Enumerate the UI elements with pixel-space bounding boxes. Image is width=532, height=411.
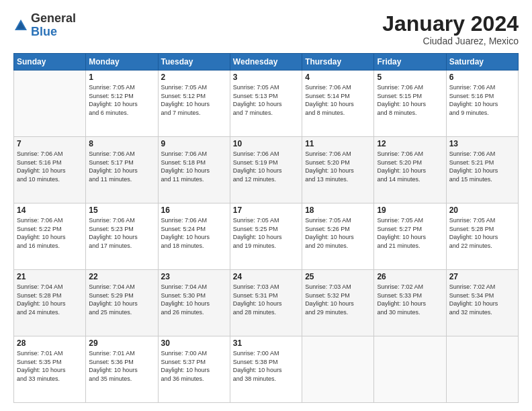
day-number: 18: [305, 205, 371, 215]
day-number: 28: [17, 338, 83, 348]
header-tuesday: Tuesday: [158, 54, 230, 71]
day-info: Sunrise: 7:04 AM Sunset: 5:28 PM Dayligh…: [17, 283, 83, 316]
calendar-cell: 29Sunrise: 7:01 AM Sunset: 5:36 PM Dayli…: [86, 336, 158, 403]
day-info: Sunrise: 7:06 AM Sunset: 5:16 PM Dayligh…: [449, 83, 515, 117]
header-monday: Monday: [86, 54, 158, 71]
header-sunday: Sunday: [14, 54, 86, 71]
calendar-cell: 4Sunrise: 7:06 AM Sunset: 5:14 PM Daylig…: [302, 71, 374, 137]
day-info: Sunrise: 7:06 AM Sunset: 5:24 PM Dayligh…: [161, 216, 227, 250]
day-number: 4: [305, 73, 371, 82]
calendar-cell: 12Sunrise: 7:06 AM Sunset: 5:20 PM Dayli…: [374, 137, 446, 203]
calendar-cell: 14Sunrise: 7:06 AM Sunset: 5:22 PM Dayli…: [14, 203, 86, 270]
calendar-cell: 1Sunrise: 7:05 AM Sunset: 5:12 PM Daylig…: [86, 71, 158, 137]
location-subtitle: Ciudad Juarez, Mexico: [382, 36, 519, 46]
month-title: January 2024: [382, 12, 519, 36]
day-info: Sunrise: 7:05 AM Sunset: 5:28 PM Dayligh…: [449, 216, 515, 250]
day-info: Sunrise: 7:05 AM Sunset: 5:12 PM Dayligh…: [89, 83, 154, 117]
calendar-cell: 20Sunrise: 7:05 AM Sunset: 5:28 PM Dayli…: [446, 203, 518, 270]
day-info: Sunrise: 7:01 AM Sunset: 5:36 PM Dayligh…: [89, 349, 154, 383]
weekday-header-row: Sunday Monday Tuesday Wednesday Thursday…: [14, 54, 519, 71]
day-info: Sunrise: 7:05 AM Sunset: 5:27 PM Dayligh…: [377, 216, 443, 250]
day-info: Sunrise: 7:04 AM Sunset: 5:29 PM Dayligh…: [89, 283, 154, 316]
day-number: 16: [161, 205, 227, 215]
day-info: Sunrise: 7:06 AM Sunset: 5:16 PM Dayligh…: [17, 150, 83, 183]
day-number: 10: [233, 139, 299, 148]
day-number: 25: [305, 272, 371, 281]
calendar-cell: 23Sunrise: 7:04 AM Sunset: 5:30 PM Dayli…: [158, 270, 230, 336]
day-number: 2: [161, 73, 227, 82]
day-info: Sunrise: 7:06 AM Sunset: 5:18 PM Dayligh…: [161, 150, 227, 183]
calendar-cell: 15Sunrise: 7:06 AM Sunset: 5:23 PM Dayli…: [86, 203, 158, 270]
calendar-cell: 17Sunrise: 7:05 AM Sunset: 5:25 PM Dayli…: [230, 203, 302, 270]
day-number: 22: [89, 272, 154, 281]
calendar-cell: 31Sunrise: 7:00 AM Sunset: 5:38 PM Dayli…: [230, 336, 302, 403]
day-number: 3: [233, 73, 299, 82]
day-number: 24: [233, 272, 299, 281]
logo: General Blue: [13, 12, 76, 39]
day-number: 26: [377, 272, 443, 281]
calendar-cell: 11Sunrise: 7:06 AM Sunset: 5:20 PM Dayli…: [302, 137, 374, 203]
calendar-cell: 10Sunrise: 7:06 AM Sunset: 5:19 PM Dayli…: [230, 137, 302, 203]
calendar-cell: 6Sunrise: 7:06 AM Sunset: 5:16 PM Daylig…: [446, 71, 518, 137]
calendar-cell: 5Sunrise: 7:06 AM Sunset: 5:15 PM Daylig…: [374, 71, 446, 137]
calendar-cell: 25Sunrise: 7:03 AM Sunset: 5:32 PM Dayli…: [302, 270, 374, 336]
day-info: Sunrise: 7:05 AM Sunset: 5:26 PM Dayligh…: [305, 216, 371, 250]
day-info: Sunrise: 7:06 AM Sunset: 5:23 PM Dayligh…: [89, 216, 154, 250]
logo-icon: [13, 18, 28, 33]
day-number: 6: [449, 73, 515, 82]
day-number: 8: [89, 139, 154, 148]
day-number: 11: [305, 139, 371, 148]
week-row-2: 14Sunrise: 7:06 AM Sunset: 5:22 PM Dayli…: [14, 203, 519, 270]
calendar-cell: 16Sunrise: 7:06 AM Sunset: 5:24 PM Dayli…: [158, 203, 230, 270]
day-number: 7: [17, 139, 83, 148]
day-number: 5: [377, 73, 443, 82]
day-number: 27: [449, 272, 515, 281]
calendar-cell: 8Sunrise: 7:06 AM Sunset: 5:17 PM Daylig…: [86, 137, 158, 203]
day-info: Sunrise: 7:06 AM Sunset: 5:15 PM Dayligh…: [377, 83, 443, 117]
day-number: 14: [17, 205, 83, 215]
title-block: January 2024 Ciudad Juarez, Mexico: [382, 12, 519, 46]
calendar-cell: 21Sunrise: 7:04 AM Sunset: 5:28 PM Dayli…: [14, 270, 86, 336]
day-info: Sunrise: 7:06 AM Sunset: 5:19 PM Dayligh…: [233, 150, 299, 183]
day-info: Sunrise: 7:05 AM Sunset: 5:12 PM Dayligh…: [161, 83, 227, 117]
day-number: 17: [233, 205, 299, 215]
logo-blue-text: Blue: [31, 25, 57, 38]
calendar-cell: 7Sunrise: 7:06 AM Sunset: 5:16 PM Daylig…: [14, 137, 86, 203]
day-info: Sunrise: 7:02 AM Sunset: 5:33 PM Dayligh…: [377, 283, 443, 316]
day-number: 1: [89, 73, 154, 82]
header-thursday: Thursday: [302, 54, 374, 71]
day-info: Sunrise: 7:00 AM Sunset: 5:37 PM Dayligh…: [161, 349, 227, 383]
day-info: Sunrise: 7:03 AM Sunset: 5:32 PM Dayligh…: [305, 283, 371, 316]
day-number: 9: [161, 139, 227, 148]
day-number: 21: [17, 272, 83, 281]
calendar-cell: 19Sunrise: 7:05 AM Sunset: 5:27 PM Dayli…: [374, 203, 446, 270]
week-row-1: 7Sunrise: 7:06 AM Sunset: 5:16 PM Daylig…: [14, 137, 519, 203]
day-info: Sunrise: 7:06 AM Sunset: 5:20 PM Dayligh…: [377, 150, 443, 183]
week-row-4: 28Sunrise: 7:01 AM Sunset: 5:35 PM Dayli…: [14, 336, 519, 403]
day-info: Sunrise: 7:01 AM Sunset: 5:35 PM Dayligh…: [17, 349, 83, 383]
week-row-0: 1Sunrise: 7:05 AM Sunset: 5:12 PM Daylig…: [14, 71, 519, 137]
header-wednesday: Wednesday: [230, 54, 302, 71]
calendar-cell: 24Sunrise: 7:03 AM Sunset: 5:31 PM Dayli…: [230, 270, 302, 336]
day-number: 23: [161, 272, 227, 281]
day-info: Sunrise: 7:06 AM Sunset: 5:14 PM Dayligh…: [305, 83, 371, 117]
day-number: 12: [377, 139, 443, 148]
calendar-cell: 18Sunrise: 7:05 AM Sunset: 5:26 PM Dayli…: [302, 203, 374, 270]
day-info: Sunrise: 7:05 AM Sunset: 5:25 PM Dayligh…: [233, 216, 299, 250]
day-info: Sunrise: 7:02 AM Sunset: 5:34 PM Dayligh…: [449, 283, 515, 316]
calendar-cell: 28Sunrise: 7:01 AM Sunset: 5:35 PM Dayli…: [14, 336, 86, 403]
calendar-table: Sunday Monday Tuesday Wednesday Thursday…: [13, 53, 519, 403]
day-info: Sunrise: 7:05 AM Sunset: 5:13 PM Dayligh…: [233, 83, 299, 117]
calendar-page: General Blue January 2024 Ciudad Juarez,…: [0, 0, 532, 411]
calendar-cell: [374, 336, 446, 403]
calendar-cell: [302, 336, 374, 403]
calendar-cell: 22Sunrise: 7:04 AM Sunset: 5:29 PM Dayli…: [86, 270, 158, 336]
day-number: 15: [89, 205, 154, 215]
calendar-cell: [14, 71, 86, 137]
day-info: Sunrise: 7:06 AM Sunset: 5:17 PM Dayligh…: [89, 150, 154, 183]
day-number: 30: [161, 338, 227, 348]
calendar-cell: 9Sunrise: 7:06 AM Sunset: 5:18 PM Daylig…: [158, 137, 230, 203]
logo-general-text: General: [31, 11, 76, 25]
header-saturday: Saturday: [446, 54, 518, 71]
day-info: Sunrise: 7:06 AM Sunset: 5:21 PM Dayligh…: [449, 150, 515, 183]
